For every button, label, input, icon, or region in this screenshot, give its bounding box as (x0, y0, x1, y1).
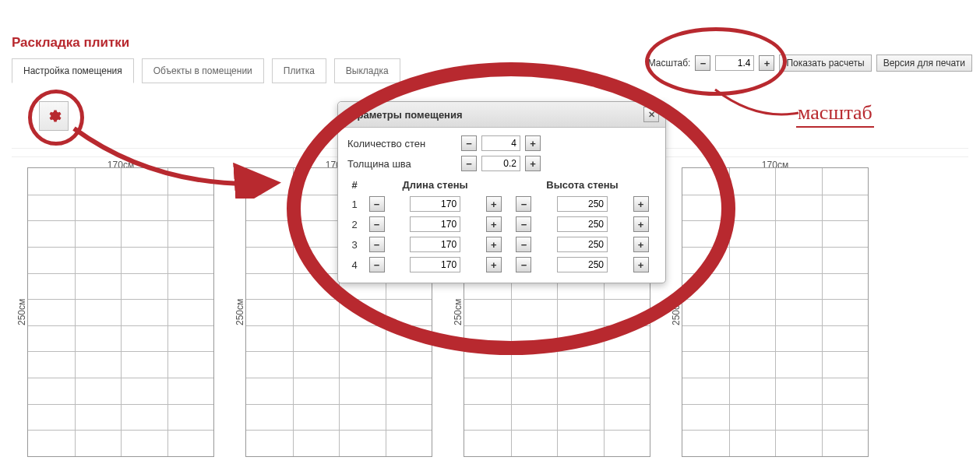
len-input[interactable] (410, 196, 460, 212)
h-input[interactable] (557, 216, 608, 232)
len-decrease[interactable]: − (369, 237, 385, 252)
dialog-close-button[interactable]: ✕ (643, 107, 659, 122)
walls-count-increase[interactable]: + (525, 135, 541, 151)
scale-label: Масштаб: (648, 58, 691, 69)
table-row: 3−+−+ (347, 234, 656, 255)
h-decrease[interactable]: − (516, 237, 531, 252)
wall-height-label: 250см (12, 167, 27, 457)
tab-layout[interactable]: Выкладка (334, 58, 400, 83)
room-params-dialog: Параметры помещения ✕ Количество стен − … (337, 101, 666, 283)
seam-width-decrease[interactable]: − (461, 156, 477, 171)
row-num: 1 (347, 194, 361, 214)
walls-count-input[interactable] (481, 135, 520, 151)
seam-width-increase[interactable]: + (525, 156, 541, 171)
len-input[interactable] (410, 257, 460, 272)
len-increase[interactable]: + (486, 257, 502, 272)
dialog-title: Параметры помещения (344, 109, 463, 121)
wall-grid[interactable] (27, 167, 214, 457)
row-num: 2 (347, 214, 361, 234)
room-params-button[interactable] (39, 101, 69, 131)
walls-count-decrease[interactable]: − (461, 135, 477, 151)
h-input[interactable] (557, 237, 608, 252)
wall-1: 250см 170см (12, 167, 214, 457)
h-decrease[interactable]: − (516, 216, 531, 232)
top-toolbar: Масштаб: − + Показать расчеты Версия для… (648, 54, 972, 72)
seam-width-label: Толщина шва (347, 158, 457, 170)
tab-room-setup[interactable]: Настройка помещения (12, 58, 134, 83)
h-input[interactable] (557, 257, 608, 272)
table-row: 1−+−+ (347, 194, 656, 214)
len-input[interactable] (410, 216, 460, 232)
col-num: # (347, 176, 361, 194)
table-row: 4−+−+ (347, 255, 656, 275)
gear-icon (46, 108, 62, 124)
wall-height-label: 250см (666, 167, 682, 457)
annotation-arrow (709, 86, 810, 125)
h-input[interactable] (557, 196, 608, 212)
h-decrease[interactable]: − (516, 257, 531, 272)
scale-input[interactable] (715, 55, 754, 71)
annotation-text: масштаб (796, 101, 874, 128)
walls-table: # Длина стены Высота стены 1−+−+2−+−+3−+… (347, 176, 656, 275)
table-row: 2−+−+ (347, 214, 656, 234)
show-calculations-button[interactable]: Показать расчеты (779, 54, 871, 72)
h-increase[interactable]: + (633, 196, 649, 212)
len-decrease[interactable]: − (369, 196, 385, 212)
len-decrease[interactable]: − (369, 216, 385, 232)
len-input[interactable] (410, 237, 460, 252)
tab-tile[interactable]: Плитка (272, 58, 326, 83)
h-increase[interactable]: + (633, 216, 649, 232)
tab-objects[interactable]: Объекты в помещении (142, 58, 264, 83)
col-height: Высота стены (509, 176, 656, 194)
len-increase[interactable]: + (486, 216, 502, 232)
len-increase[interactable]: + (486, 237, 502, 252)
wall-grid[interactable] (682, 167, 869, 457)
tabs: Настройка помещения Объекты в помещении … (12, 58, 400, 83)
wall-height-label: 250см (230, 167, 245, 457)
page-title: Раскладка плитки (12, 35, 129, 51)
len-increase[interactable]: + (486, 196, 502, 212)
walls-count-label: Количество стен (347, 138, 457, 149)
len-decrease[interactable]: − (369, 257, 385, 272)
col-length: Длина стены (361, 176, 509, 194)
h-increase[interactable]: + (633, 237, 649, 252)
h-increase[interactable]: + (633, 257, 649, 272)
h-decrease[interactable]: − (516, 196, 531, 212)
dialog-header[interactable]: Параметры помещения ✕ (338, 102, 665, 128)
scale-increase[interactable]: + (759, 55, 774, 71)
print-version-button[interactable]: Версия для печати (876, 54, 972, 72)
row-num: 3 (347, 234, 361, 255)
wall-4: 250см 170см (666, 167, 869, 457)
row-num: 4 (347, 255, 361, 275)
scale-decrease[interactable]: − (695, 55, 710, 71)
seam-width-input[interactable] (481, 156, 520, 171)
